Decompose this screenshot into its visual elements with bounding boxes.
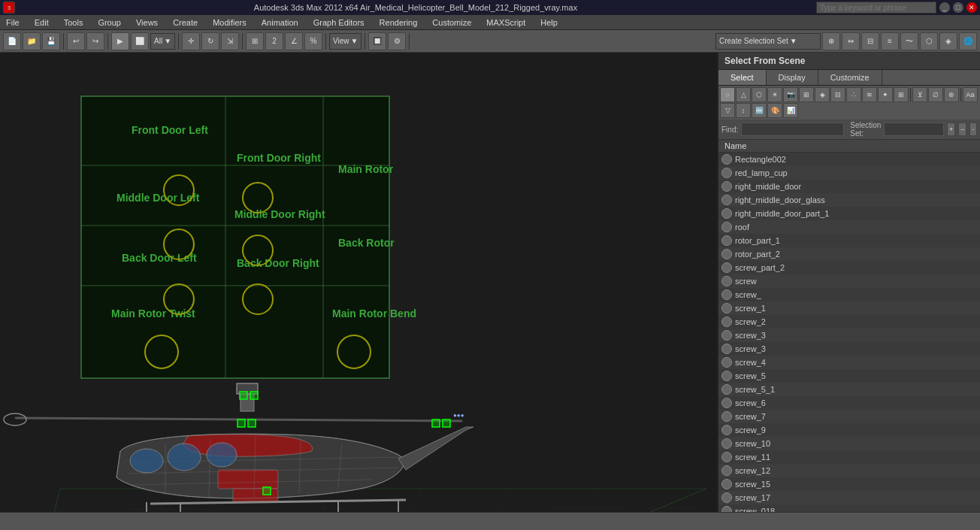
selection-set-load[interactable]: → (958, 123, 966, 136)
list-item[interactable]: screw_part_2 (718, 261, 980, 274)
list-item[interactable]: right_middle_door (718, 180, 980, 193)
list-item[interactable]: Rectangle002 (718, 153, 980, 166)
select-button[interactable]: ▶ (111, 32, 129, 50)
pt-btn-camera[interactable]: 📷 (783, 87, 798, 102)
layer-button[interactable]: ≡ (881, 32, 899, 50)
list-item[interactable]: right_middle_door_part_1 (718, 207, 980, 220)
tab-customize[interactable]: Customize (818, 70, 882, 85)
material-button[interactable]: ◈ (939, 32, 957, 50)
pt-btn-sort-color[interactable]: 🎨 (767, 103, 782, 118)
maximize-button[interactable]: □ (953, 2, 963, 13)
list-item[interactable]: screw_6 (718, 396, 980, 410)
list-item[interactable]: right_middle_door_glass (718, 193, 980, 207)
pt-btn-nurbs[interactable]: ≋ (862, 87, 877, 102)
pt-btn-case[interactable]: Aa (963, 87, 978, 102)
menu-graph-editors[interactable]: Graph Editors (310, 17, 368, 28)
named-selection-button[interactable]: ⊕ (822, 32, 840, 50)
pt-btn-sphere[interactable]: ○ (720, 87, 735, 102)
find-input[interactable] (741, 123, 844, 136)
pt-btn-invert[interactable]: ⊻ (912, 87, 927, 102)
minimize-button[interactable]: _ (939, 2, 950, 13)
list-item[interactable]: screw_3 (718, 329, 980, 342)
list-item[interactable]: rotor_part_1 (718, 234, 980, 247)
list-item[interactable]: screw_10 (718, 437, 980, 450)
pt-btn-helper[interactable]: ⊞ (799, 87, 814, 102)
mirror-button[interactable]: ⇔ (842, 32, 860, 50)
move-button[interactable]: ✛ (182, 32, 200, 50)
list-item[interactable]: screw_15 (718, 477, 980, 491)
menu-file[interactable]: File (3, 17, 23, 28)
list-item[interactable]: red_lamp_cup (718, 166, 980, 180)
list-item[interactable]: screw_12 (718, 464, 980, 477)
pt-btn-space[interactable]: ◈ (815, 87, 830, 102)
scale-button[interactable]: ⇲ (221, 32, 239, 50)
menu-animation[interactable]: Animation (259, 17, 301, 28)
pt-btn-bone[interactable]: ⊟ (830, 87, 845, 102)
undo-button[interactable]: ↩ (67, 32, 85, 50)
menu-customize[interactable]: Customize (429, 17, 474, 28)
list-item[interactable]: screw_1 (718, 301, 980, 315)
all-dropdown[interactable]: All ▼ (150, 33, 175, 50)
menu-edit[interactable]: Edit (32, 17, 52, 28)
render-setup-button[interactable]: ⚙ (388, 32, 406, 50)
close-button[interactable]: ✕ (966, 2, 977, 13)
list-item[interactable]: screw_ (718, 288, 980, 301)
pt-btn-geo[interactable]: △ (736, 87, 751, 102)
list-item[interactable]: screw_11 (718, 450, 980, 464)
tab-display[interactable]: Display (767, 70, 818, 85)
tab-select[interactable]: Select (718, 70, 767, 85)
list-item[interactable]: roof (718, 220, 980, 234)
list-item[interactable]: rotor_part_2 (718, 247, 980, 261)
align-button[interactable]: ⊟ (861, 32, 879, 50)
menu-maxscript[interactable]: MAXScript (483, 17, 528, 28)
menu-modifiers[interactable]: Modifiers (210, 17, 250, 28)
title-search-input[interactable] (816, 2, 936, 14)
object-list[interactable]: Rectangle002red_lamp_cupright_middle_doo… (718, 153, 980, 512)
select-region-button[interactable]: ⬜ (131, 32, 149, 50)
list-item[interactable]: screw (718, 274, 980, 288)
pt-btn-xref[interactable]: ✦ (878, 87, 893, 102)
list-item[interactable]: screw_3 (718, 342, 980, 356)
pt-btn-particle[interactable]: ∴ (846, 87, 861, 102)
menu-rendering[interactable]: Rendering (377, 17, 421, 28)
list-item[interactable]: screw_7 (718, 410, 980, 423)
pt-btn-sort-name[interactable]: ↕ (736, 103, 751, 118)
schematic-button[interactable]: ⬡ (920, 32, 938, 50)
render-env-button[interactable]: 🌐 (959, 32, 977, 50)
list-item[interactable]: screw_9 (718, 423, 980, 437)
menu-group[interactable]: Group (95, 17, 124, 28)
viewport[interactable]: [+] [ Perspective ] [ Shaded + Edged Fac… (0, 53, 717, 512)
render-button[interactable]: 🔲 (368, 32, 386, 50)
snap-angle-button[interactable]: ∠ (285, 32, 303, 50)
view-dropdown[interactable]: View ▼ (329, 33, 361, 50)
list-item[interactable]: screw_2 (718, 315, 980, 329)
list-item[interactable]: screw_018 (718, 504, 980, 512)
snap-button[interactable]: ⊞ (246, 32, 264, 50)
list-item[interactable]: screw_5_1 (718, 383, 980, 396)
selection-set-save[interactable]: + (947, 123, 954, 136)
pt-btn-group[interactable]: ⊞ (894, 87, 909, 102)
menu-create[interactable]: Create (170, 17, 201, 28)
curve-editor-button[interactable]: 〜 (900, 32, 918, 50)
list-item[interactable]: screw_17 (718, 491, 980, 504)
selection-set-del[interactable]: - (969, 123, 977, 136)
list-item[interactable]: screw_4 (718, 356, 980, 369)
menu-views[interactable]: Views (133, 17, 161, 28)
pt-btn-sort-size[interactable]: 📊 (783, 103, 798, 118)
new-button[interactable]: 📄 (3, 32, 21, 50)
pt-btn-light[interactable]: ☀ (767, 87, 782, 102)
pt-btn-filter[interactable]: ▽ (720, 103, 735, 118)
menu-tools[interactable]: Tools (61, 17, 86, 28)
pt-btn-sort-type[interactable]: 🔤 (752, 103, 767, 118)
open-button[interactable]: 📁 (23, 32, 41, 50)
menu-help[interactable]: Help (537, 17, 561, 28)
create-selection-dropdown[interactable]: Create Selection Set ▼ (715, 33, 821, 50)
pt-btn-none[interactable]: ∅ (928, 87, 943, 102)
redo-button[interactable]: ↪ (86, 32, 104, 50)
pt-btn-shape[interactable]: ⬡ (752, 87, 767, 102)
selection-set-input[interactable] (884, 123, 944, 136)
pt-btn-all-sel[interactable]: ⊛ (944, 87, 959, 102)
rotate-button[interactable]: ↻ (201, 32, 219, 50)
snap-percent-button[interactable]: % (304, 32, 322, 50)
list-item[interactable]: screw_5 (718, 369, 980, 383)
